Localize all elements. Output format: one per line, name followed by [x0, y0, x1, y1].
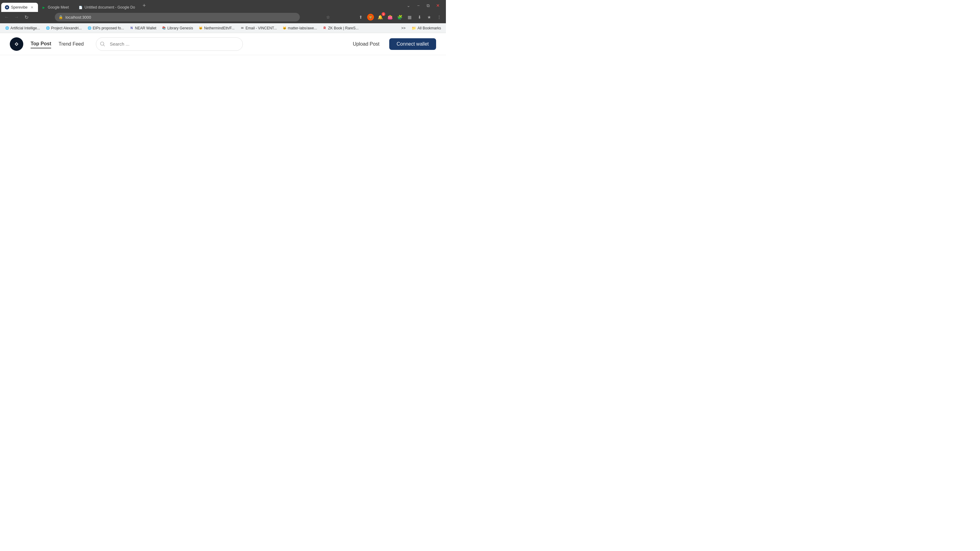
- restore-button[interactable]: ⧉: [424, 1, 433, 10]
- bookmark-matter-labs-label: matter-labs/awe...: [288, 26, 317, 30]
- svg-line-3: [103, 45, 105, 46]
- new-tab-button[interactable]: +: [140, 1, 148, 10]
- brave-icon: 🦁: [367, 14, 374, 21]
- search-container: [96, 37, 243, 51]
- upload-post-button[interactable]: Upload Post: [348, 39, 384, 49]
- bookmarks-bar: 🌐 Artificial Intellige... 🌐 Project Alex…: [0, 23, 446, 33]
- bookmark-ai[interactable]: 🌐 Artificial Intellige...: [2, 25, 43, 32]
- bookmark-star-button[interactable]: ☆: [324, 13, 332, 21]
- sperevibe-favicon: [5, 5, 9, 10]
- minimize-button[interactable]: −: [414, 1, 423, 10]
- address-bar: ← → ↻ 🔒 localhost:3000 ☆ ⬆ 🦁 🔔 1 👛 🧩 ▦ ⬇: [0, 11, 446, 23]
- logo-svg: [12, 40, 21, 48]
- bookmark-project-alex[interactable]: 🌐 Project Alexandri...: [43, 25, 84, 32]
- bookmark-zk-book[interactable]: R ZK Book | RareS...: [320, 25, 361, 32]
- bookmark-eips[interactable]: 🌐 EIPs proposed fo...: [85, 25, 126, 32]
- more-bookmarks-label: >>: [401, 26, 406, 30]
- bookmark-near-wallet[interactable]: N NEAR Wallet: [127, 25, 159, 32]
- tab-google-meet[interactable]: ▶ Google Meet: [38, 3, 75, 12]
- all-bookmarks-label: All Bookmarks: [417, 26, 441, 30]
- brave-shield-button[interactable]: 🦁: [366, 13, 375, 21]
- lock-icon: 🔒: [59, 15, 63, 19]
- close-window-button[interactable]: ✕: [434, 1, 442, 10]
- reload-button[interactable]: ↻: [22, 13, 30, 21]
- forward-button[interactable]: →: [12, 13, 21, 21]
- notification-button[interactable]: 🔔 1: [376, 13, 385, 21]
- search-icon: [100, 41, 105, 46]
- bookmarks-more: >> 📁 All Bookmarks: [399, 25, 444, 32]
- bookmark-ai-label: Artificial Intellige...: [10, 26, 40, 30]
- bookmark-project-alex-label: Project Alexandri...: [51, 26, 82, 30]
- main-content-area: [0, 55, 446, 208]
- google-meet-favicon: ▶: [41, 5, 46, 10]
- search-input[interactable]: [96, 37, 243, 51]
- bookmark-nethermind[interactable]: 🐱 NethermindEth/F...: [196, 25, 237, 32]
- bookmark-zk-label: ZK Book | RareS...: [328, 26, 359, 30]
- folder-icon: 📁: [412, 26, 416, 30]
- connect-wallet-button[interactable]: Connect wallet: [389, 38, 436, 50]
- downloads-button[interactable]: ⬇: [415, 13, 424, 21]
- bookmark-email-label: Email - VINCENT...: [246, 26, 277, 30]
- bookmark-eips-label: EIPs proposed fo...: [93, 26, 124, 30]
- address-url: localhost:3000: [65, 15, 91, 20]
- bookmark-library-genesis-favicon: 📚: [162, 26, 166, 30]
- tab-dropdown-button[interactable]: ⌄: [404, 1, 413, 10]
- bookmark-nethermind-favicon: 🐱: [199, 26, 203, 30]
- back-button[interactable]: ←: [2, 13, 11, 21]
- sidebar-button[interactable]: ▦: [406, 13, 414, 21]
- tab-bar: Sperevibe ✕ ▶ Google Meet 📄 Untitled doc…: [0, 0, 446, 11]
- bookmark-email-favicon: ✉: [240, 26, 244, 30]
- extension-puzzle-button[interactable]: 🧩: [396, 13, 404, 21]
- bookmark-library-genesis[interactable]: 📚 Library Genesis: [159, 25, 196, 32]
- header-actions: Upload Post Connect wallet: [348, 38, 436, 50]
- bookmark-near-favicon: N: [130, 26, 134, 30]
- app-header: Top Post Trend Feed Upload Post Connect …: [0, 33, 446, 55]
- google-doc-favicon: 📄: [78, 5, 83, 10]
- tab-sperevibe-title: Sperevibe: [11, 5, 27, 10]
- tab-sperevibe-close[interactable]: ✕: [29, 5, 34, 10]
- favorites-button[interactable]: ★: [425, 13, 434, 21]
- share-button[interactable]: ⬆: [356, 13, 365, 21]
- more-bookmarks-button[interactable]: >>: [399, 25, 408, 32]
- bookmark-matter-labs[interactable]: 🐱 matter-labs/awe...: [280, 25, 320, 32]
- bookmark-zk-favicon: R: [323, 26, 327, 30]
- bookmark-project-alex-favicon: 🌐: [46, 26, 50, 30]
- tab-bar-right: ⌄ − ⧉ ✕: [404, 1, 442, 10]
- wallet-extension-button[interactable]: 👛: [386, 13, 395, 21]
- app-logo[interactable]: [10, 37, 23, 51]
- app-nav: Top Post Trend Feed: [30, 40, 84, 48]
- nav-top-post[interactable]: Top Post: [30, 40, 51, 48]
- bookmark-ai-favicon: 🌐: [5, 26, 9, 30]
- bookmark-matter-labs-favicon: 🐱: [282, 26, 286, 30]
- tab-google-doc[interactable]: 📄 Untitled document - Google Do: [75, 3, 139, 12]
- bookmark-near-label: NEAR Wallet: [135, 26, 156, 30]
- nav-trend-feed[interactable]: Trend Feed: [59, 40, 84, 48]
- tab-sperevibe[interactable]: Sperevibe ✕: [1, 3, 38, 12]
- all-bookmarks-button[interactable]: 📁 All Bookmarks: [409, 25, 444, 32]
- bookmark-eips-favicon: 🌐: [87, 26, 92, 30]
- menu-button[interactable]: ⋮: [435, 13, 444, 21]
- browser-chrome: Sperevibe ✕ ▶ Google Meet 📄 Untitled doc…: [0, 0, 446, 33]
- notification-badge: 1: [382, 12, 385, 16]
- address-input-container[interactable]: 🔒 localhost:3000: [55, 13, 300, 21]
- bookmark-email-vincent[interactable]: ✉ Email - VINCENT...: [238, 25, 279, 32]
- tab-google-doc-title: Untitled document - Google Do: [84, 5, 135, 10]
- bookmark-library-genesis-label: Library Genesis: [167, 26, 193, 30]
- app-content: Top Post Trend Feed Upload Post Connect …: [0, 33, 446, 217]
- toolbar-right: ⬆ 🦁 🔔 1 👛 🧩 ▦ ⬇ ★ ⋮: [356, 13, 444, 21]
- tab-google-meet-title: Google Meet: [48, 5, 71, 10]
- bookmark-nethermind-label: NethermindEth/F...: [204, 26, 234, 30]
